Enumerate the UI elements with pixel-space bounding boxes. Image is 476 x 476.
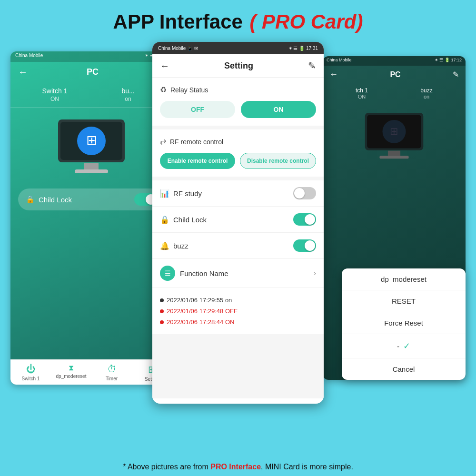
tab-switch1-label: Switch 1 [22, 376, 40, 381]
dropdown-cancel-button[interactable]: Cancel [342, 358, 466, 380]
buzz-text: buzz [173, 242, 188, 250]
tab-timer-icon: ⏱ [107, 364, 117, 375]
relay-status-section: ♻ Relay Status OFF ON [152, 78, 324, 126]
tab-timer[interactable]: ⏱ Timer [91, 364, 132, 382]
left-back-icon[interactable]: ← [18, 67, 28, 78]
rf-study-text: RF study [173, 189, 202, 198]
right-switch-2: buzz on [394, 87, 459, 99]
center-edit-icon[interactable]: ✎ [308, 60, 316, 71]
function-label: ☰ Function Name [160, 266, 228, 281]
log-entry-3: 2022/01/06 17:28:44 ON [160, 317, 316, 327]
log-dot-1 [160, 298, 164, 302]
tab-switch1-icon: ⏻ [26, 364, 36, 375]
center-phone: China Mobile 📱 ✉ ✶ ☰ 🔋 17:31 ← Setting ✎… [152, 42, 324, 404]
right-carrier: China Mobile [327, 58, 352, 64]
left-lock-icon: 🔒 [26, 195, 35, 204]
svg-rect-10 [388, 151, 400, 156]
right-monitor: ⊞ [323, 103, 466, 170]
svg-text:⊞: ⊞ [86, 133, 97, 148]
function-icon: ☰ [165, 269, 171, 277]
relay-icon: ♻ [160, 85, 167, 94]
right-switch-1-status: ON [329, 94, 394, 99]
left-switches: Switch 1 ON bu... on [10, 82, 172, 108]
svg-rect-5 [75, 169, 108, 173]
rf-study-label: 📊 RF study [160, 189, 202, 198]
dropdown-item-dp[interactable]: dp_modereset [342, 268, 466, 290]
rf-remote-label: RF remote control [170, 138, 223, 146]
right-nav: ← PC ✎ [323, 66, 466, 83]
right-back-icon[interactable]: ← [329, 69, 338, 79]
page-header: APP Interface ( PRO Card) [0, 0, 476, 42]
rf-study-row: 📊 RF study [152, 180, 324, 207]
left-switch-1-name: Switch 1 [18, 87, 91, 95]
right-dropdown: dp_modereset RESET Force Reset - ✓ Cance… [342, 268, 466, 380]
log-dot-3 [160, 320, 164, 324]
dropdown-item-force-reset[interactable]: Force Reset [342, 312, 466, 334]
right-status-bar: China Mobile ✶ ☰ 🔋 17:12 [323, 56, 466, 66]
log-text-2: 2022/01/06 17:29:48 OFF [167, 307, 238, 315]
svg-rect-4 [84, 163, 99, 169]
function-name-row[interactable]: ☰ Function Name › [152, 259, 324, 288]
relay-on-button[interactable]: ON [241, 101, 316, 118]
function-icon-wrap: ☰ [160, 266, 175, 281]
rf-study-icon: 📊 [160, 189, 169, 198]
child-lock-row: 🔒 Child Lock [152, 207, 324, 233]
child-lock-text: Child Lock [173, 216, 207, 224]
child-lock-icon: 🔒 [160, 215, 169, 224]
rf-remote-header: ⇄ RF remote control [160, 137, 316, 146]
dropdown-dash-text: - [397, 342, 399, 350]
log-text-1: 2022/01/06 17:29:55 on [167, 297, 232, 304]
right-edit-icon[interactable]: ✎ [453, 70, 459, 79]
right-status-icons: ✶ ☰ 🔋 17:12 [435, 58, 462, 64]
log-dot-2 [160, 309, 164, 313]
settings-body: ♻ Relay Status OFF ON ⇄ RF remote contro… [152, 78, 324, 398]
buzz-icon: 🔔 [160, 241, 169, 250]
dropdown-item-reset[interactable]: RESET [342, 290, 466, 312]
right-switch-2-name: buzz [394, 87, 459, 94]
rf-enable-button[interactable]: Enable remote control [160, 153, 235, 169]
center-back-icon[interactable]: ← [160, 60, 169, 71]
child-lock-toggle[interactable] [293, 213, 316, 226]
right-switches: tch 1 ON buzz on [323, 83, 466, 103]
monitor-icon: ⊞ [53, 117, 129, 179]
dropdown-item-dash[interactable]: - ✓ [342, 334, 466, 358]
tab-dp[interactable]: ⧗ dp_modereset [51, 364, 91, 382]
tab-dp-label: dp_modereset [56, 374, 87, 379]
relay-status-label: Relay Status [170, 86, 208, 94]
svg-text:⊞: ⊞ [390, 126, 398, 137]
rf-study-toggle[interactable] [293, 187, 316, 199]
svg-rect-11 [379, 156, 408, 159]
right-switch-1-name: tch 1 [329, 87, 394, 94]
buzz-toggle[interactable] [293, 239, 316, 252]
log-text-3: 2022/01/06 17:28:44 ON [167, 318, 234, 326]
log-entry-1: 2022/01/06 17:29:55 on [160, 295, 316, 306]
center-nav-title: Setting [224, 61, 253, 71]
tab-dp-icon: ⧗ [69, 364, 74, 372]
header-title: APP Interface [113, 10, 243, 33]
dropdown-check-icon: ✓ [403, 341, 410, 351]
left-child-lock-label: 🔒 Child Lock [26, 195, 72, 204]
center-carrier: China Mobile 📱 ✉ [158, 46, 198, 51]
relay-buttons: OFF ON [160, 101, 316, 118]
footer-pro: PRO Interface [210, 463, 261, 471]
relay-off-button[interactable]: OFF [160, 101, 235, 118]
log-section: 2022/01/06 17:29:55 on 2022/01/06 17:29:… [152, 288, 324, 334]
rf-buttons: Enable remote control Disable remote con… [160, 153, 316, 169]
right-switch-1: tch 1 ON [329, 87, 394, 99]
left-status-bar: China Mobile ✶ ☰ 17:12 [10, 51, 172, 62]
left-nav-title: PC [87, 67, 99, 77]
rf-disable-button[interactable]: Disable remote control [240, 153, 316, 169]
left-switch-1: Switch 1 ON [18, 87, 91, 102]
buzz-row: 🔔 buzz [152, 233, 324, 259]
left-child-lock-text: Child Lock [39, 196, 72, 204]
header-subtitle: ( PRO Card) [249, 10, 363, 33]
buzz-label: 🔔 buzz [160, 241, 188, 250]
buzz-knob [305, 240, 315, 251]
function-name-text: Function Name [180, 269, 228, 278]
left-switch-1-status: ON [18, 96, 91, 102]
left-phone: China Mobile ✶ ☰ 17:12 ← PC ✎ Switch 1 O… [10, 51, 172, 385]
tab-timer-label: Timer [106, 376, 118, 381]
screens-container: China Mobile ✶ ☰ 17:12 ← PC ✎ Switch 1 O… [0, 42, 476, 408]
tab-switch1[interactable]: ⏻ Switch 1 [10, 364, 51, 382]
footer: * Above pictures are from PRO Interface,… [0, 463, 476, 471]
